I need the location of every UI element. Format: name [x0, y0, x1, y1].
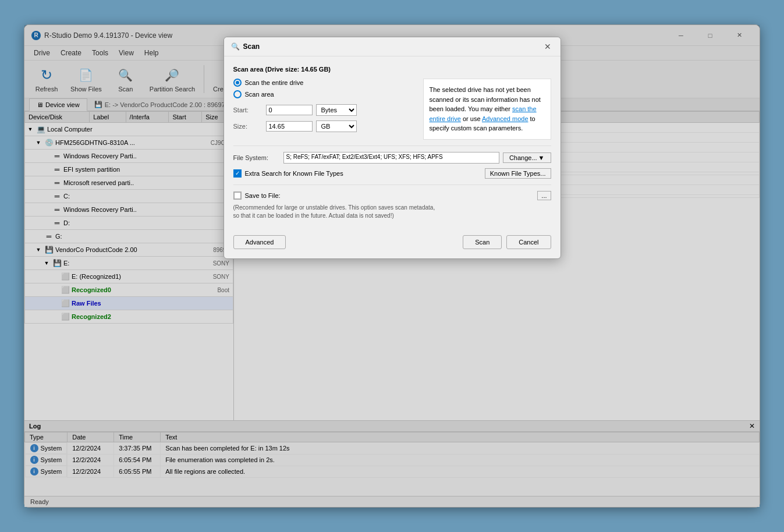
dialog-separator-2	[233, 185, 551, 185]
dialog-title-text: Scan	[243, 42, 260, 51]
known-file-types-button[interactable]: Known File Types...	[485, 168, 551, 179]
scan-area-title: Scan area (Drive size: 14.65 GB)	[233, 66, 551, 73]
dialog-overlay: 🔍 Scan ✕ Scan area (Drive size: 14.65 GB…	[24, 25, 760, 507]
save-browse-button[interactable]: ...	[537, 191, 551, 200]
radio-scan-entire[interactable]: Scan the entire drive	[233, 79, 414, 87]
start-row: Start: Bytes	[233, 104, 414, 116]
extra-search-checkbox[interactable]	[233, 169, 242, 178]
start-input[interactable]	[266, 105, 313, 115]
dialog-close-button[interactable]: ✕	[542, 41, 554, 52]
advanced-button[interactable]: Advanced	[233, 235, 286, 249]
extra-search-label: Extra Search for Known File Types	[245, 170, 343, 177]
start-unit-select[interactable]: Bytes	[316, 104, 357, 116]
scan-dialog-button[interactable]: Scan	[463, 235, 502, 249]
radio-scan-entire-label: Scan the entire drive	[245, 79, 304, 86]
radio-scan-area-circle	[233, 90, 242, 98]
save-note: (Recommended for large or unstable drive…	[233, 204, 551, 220]
dialog-title-bar: 🔍 Scan ✕	[224, 37, 560, 56]
size-unit-select[interactable]: GB	[316, 120, 357, 132]
radio-group: Scan the entire drive Scan area	[233, 79, 414, 98]
change-label: Change...	[509, 154, 537, 161]
dialog-footer: Advanced Scan Cancel	[224, 235, 560, 258]
extra-search-row: Extra Search for Known File Types Known …	[233, 168, 551, 179]
info-text-2: or use	[461, 115, 482, 122]
advanced-mode-link[interactable]: Advanced mode	[482, 115, 528, 122]
save-to-file-row: Save to File: ...	[233, 191, 551, 200]
cancel-button[interactable]: Cancel	[506, 235, 551, 249]
save-to-file-label: Save to File:	[245, 192, 281, 199]
scan-info-panel: The selected drive has not yet been scan…	[423, 79, 551, 140]
size-input[interactable]	[266, 121, 313, 132]
change-filesystem-button[interactable]: Change... ▼	[503, 152, 551, 163]
filesystem-label: File System:	[233, 154, 280, 161]
save-to-file-checkbox[interactable]	[233, 191, 242, 200]
scan-dialog: 🔍 Scan ✕ Scan area (Drive size: 14.65 GB…	[224, 37, 561, 259]
dialog-icon: 🔍	[231, 42, 240, 51]
change-dropdown-icon: ▼	[538, 154, 545, 161]
radio-scan-area-label: Scan area	[245, 91, 274, 98]
filesystem-row: File System: S; ReFS; FAT/exFAT; Ext2/Ex…	[233, 152, 551, 164]
size-row: Size: GB	[233, 120, 414, 132]
dialog-separator-1	[233, 146, 551, 146]
start-label: Start:	[233, 107, 262, 114]
radio-scan-entire-circle	[233, 79, 242, 87]
radio-scan-area[interactable]: Scan area	[233, 90, 414, 98]
size-label: Size:	[233, 123, 262, 130]
filesystem-value: S; ReFS; FAT/exFAT; Ext2/Ext3/Ext4; UFS;…	[283, 152, 499, 164]
